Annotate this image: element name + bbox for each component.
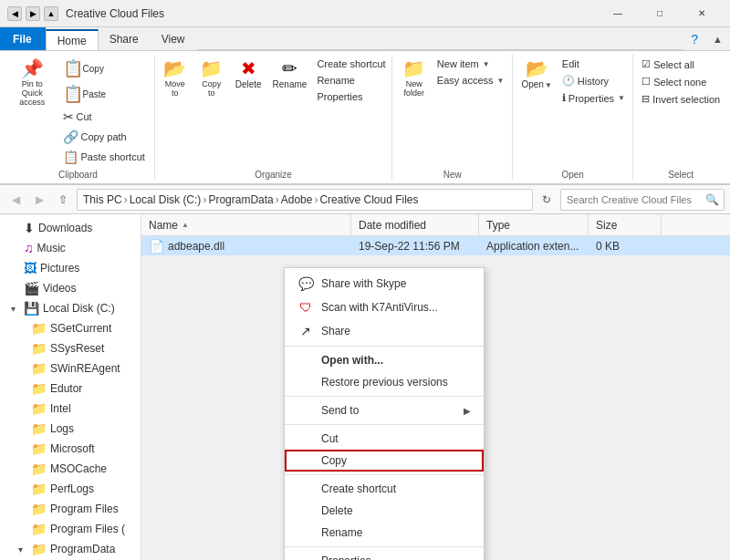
open-right: Edit 🕐 History ℹ Properties ▼ — [558, 57, 629, 106]
close-button[interactable]: ✕ — [681, 0, 723, 27]
sidebar-item-msocache[interactable]: 📁 MSOCache — [0, 459, 141, 479]
paste-shortcut-button[interactable]: 📋 Paste shortcut — [59, 148, 149, 166]
ctx-share[interactable]: ↗ Share — [285, 319, 484, 343]
easy-access-arrow: ▼ — [497, 77, 505, 85]
ctx-properties[interactable]: Properties — [285, 550, 484, 560]
window-controls: — □ ✕ — [597, 0, 723, 27]
edit-button[interactable]: Edit — [558, 57, 629, 71]
forward-nav-icon[interactable]: ▶ — [26, 6, 40, 21]
col-header-name[interactable]: Name ▲ — [141, 214, 351, 235]
ctx-separator-5 — [285, 546, 484, 547]
ctx-open-with[interactable]: Open with... — [285, 349, 484, 371]
open-button[interactable]: 📂 Open▼ — [516, 57, 556, 92]
copy-button[interactable]: 📋 Copy — [59, 57, 149, 80]
easy-access-button[interactable]: Easy access ▼ — [433, 73, 508, 88]
copy-to-button[interactable]: 📁 Copyto — [194, 57, 229, 100]
sidebar-item-videos[interactable]: 🎬 Videos — [0, 278, 141, 298]
ctx-send-to[interactable]: Send to ▶ — [285, 399, 484, 421]
table-row[interactable]: 📄 adbeape.dll 19-Sep-22 11:56 PM Applica… — [141, 236, 730, 256]
delete-button[interactable]: ✖ Delete — [231, 57, 266, 92]
history-button[interactable]: 🕐 History — [558, 73, 629, 88]
refresh-button[interactable]: ↻ — [537, 190, 557, 210]
new-item-button[interactable]: New item ▼ — [433, 57, 508, 71]
ctx-separator-3 — [285, 424, 484, 425]
minimize-button[interactable]: — — [597, 0, 639, 27]
ctx-share-skype[interactable]: 💬 Share with Skype — [285, 272, 484, 296]
col-header-date[interactable]: Date modified — [351, 214, 479, 235]
videos-icon: 🎬 — [24, 281, 39, 296]
nav-forward-button[interactable]: ▶ — [29, 190, 49, 210]
rename-button[interactable]: ✏ Rename — [268, 57, 312, 92]
rename-small-button[interactable]: Rename — [313, 73, 389, 88]
select-none-button[interactable]: ☐ Select none — [638, 74, 724, 89]
sidebar-label-ssysreset: SSysReset — [50, 342, 104, 355]
organize-right: Create shortcut Rename Properties — [313, 57, 389, 104]
context-menu: 💬 Share with Skype 🛡 Scan with K7AntiVir… — [284, 267, 485, 560]
invert-selection-button[interactable]: ⊟ Invert selection — [638, 91, 724, 107]
tab-view[interactable]: View — [151, 27, 197, 50]
ctx-restore-versions[interactable]: Restore previous versions — [285, 371, 484, 393]
nav-back-button[interactable]: ◀ — [5, 190, 26, 210]
folder-icon: 📁 — [31, 522, 47, 536]
sidebar-item-downloads[interactable]: ⬇ Downloads — [0, 218, 141, 238]
nav-up-button[interactable]: ⇧ — [53, 190, 73, 210]
sidebar-item-perflogs[interactable]: 📁 PerfLogs — [0, 479, 141, 499]
tab-share[interactable]: Share — [99, 27, 151, 50]
pin-to-quick-button[interactable]: 📌 Pin to Quickaccess — [7, 57, 57, 109]
ctx-cut[interactable]: Cut — [285, 428, 484, 450]
properties-open-button[interactable]: ℹ Properties ▼ — [558, 90, 629, 106]
ctx-create-shortcut[interactable]: Create shortcut — [285, 478, 484, 500]
address-path[interactable]: This PC › Local Disk (C:) › ProgramData … — [77, 189, 533, 211]
sidebar-item-programdata[interactable]: ▾ 📁 ProgramData — [0, 539, 141, 559]
search-input[interactable] — [560, 189, 725, 211]
ctx-copy[interactable]: Copy — [285, 450, 484, 472]
back-nav-icon[interactable]: ◀ — [7, 6, 22, 21]
ctx-delete[interactable]: Delete — [285, 500, 484, 522]
sidebar-item-intel[interactable]: 📁 Intel — [0, 399, 141, 419]
col-header-type[interactable]: Type — [479, 214, 589, 235]
sidebar-label-localc: Local Disk (C:) — [43, 302, 115, 315]
open-buttons: 📂 Open▼ Edit 🕐 History ℹ Properties ▼ — [516, 55, 628, 168]
open-dropdown[interactable]: ▼ — [545, 81, 552, 89]
new-folder-button[interactable]: 📁 Newfolder — [397, 57, 432, 100]
sidebar-item-swinreagent[interactable]: 📁 SWinREAgent — [0, 358, 141, 379]
sidebar-item-edutor[interactable]: 📁 Edutor — [0, 379, 141, 399]
ribbon-collapse-button[interactable]: ▲ — [705, 27, 730, 50]
copy-path-button[interactable]: 🔗 Copy path — [59, 128, 149, 146]
create-shortcut-button[interactable]: Create shortcut — [313, 57, 389, 71]
open-label: Open — [561, 170, 583, 180]
select-all-button[interactable]: ☑ Select all — [638, 57, 724, 72]
sidebar-item-localc[interactable]: ▾ 💾 Local Disk (C:) — [0, 298, 141, 318]
properties-open-label: Properties — [568, 93, 614, 104]
window-title: Creative Cloud Files — [66, 7, 597, 20]
maximize-button[interactable]: □ — [639, 0, 681, 27]
pictures-icon: 🖼 — [24, 261, 36, 275]
tab-home[interactable]: Home — [46, 29, 99, 50]
cut-button[interactable]: ✂ Cut — [59, 108, 149, 126]
tab-file[interactable]: File — [0, 27, 46, 50]
sidebar-item-pictures[interactable]: 🖼 Pictures — [0, 258, 141, 278]
ctx-rename[interactable]: Rename — [285, 522, 484, 544]
move-to-button[interactable]: 📂 Moveto — [158, 57, 193, 100]
up-nav-icon[interactable]: ▲ — [44, 6, 58, 21]
sidebar-item-ssysreset[interactable]: 📁 SSysReset — [0, 338, 141, 358]
paste-button[interactable]: 📋 Paste — [59, 82, 149, 106]
delete-icon: ✖ — [241, 59, 256, 78]
sidebar-item-microsoft[interactable]: 📁 Microsoft — [0, 439, 141, 459]
sidebar-item-logs[interactable]: 📁 Logs — [0, 419, 141, 439]
properties-organize-button[interactable]: Properties — [313, 89, 389, 104]
sidebar-item-music[interactable]: ♫ Music — [0, 238, 141, 258]
sidebar-item-sgetcurrent[interactable]: 📁 SGetCurrent — [0, 318, 141, 338]
open-icon: 📂 — [526, 59, 548, 78]
main-layout: ⬇ Downloads ♫ Music 🖼 Pictures 🎬 Videos … — [0, 214, 730, 560]
sidebar-item-programfiles[interactable]: 📁 Program Files — [0, 499, 141, 519]
col-header-size[interactable]: Size — [589, 214, 662, 235]
select-label: Select — [668, 170, 694, 180]
share-icon: ↗ — [297, 324, 314, 338]
new-item-arrow: ▼ — [483, 60, 490, 68]
sidebar-label-swinreagent: SWinREAgent — [50, 362, 120, 375]
sidebar-item-programfilesx[interactable]: 📁 Program Files ( — [0, 519, 141, 539]
help-button[interactable]: ? — [683, 27, 705, 50]
ctx-scan-k7[interactable]: 🛡 Scan with K7AntiVirus... — [285, 296, 484, 319]
organize-buttons: 📂 Moveto 📁 Copyto ✖ Delete ✏ Rename — [158, 55, 390, 168]
